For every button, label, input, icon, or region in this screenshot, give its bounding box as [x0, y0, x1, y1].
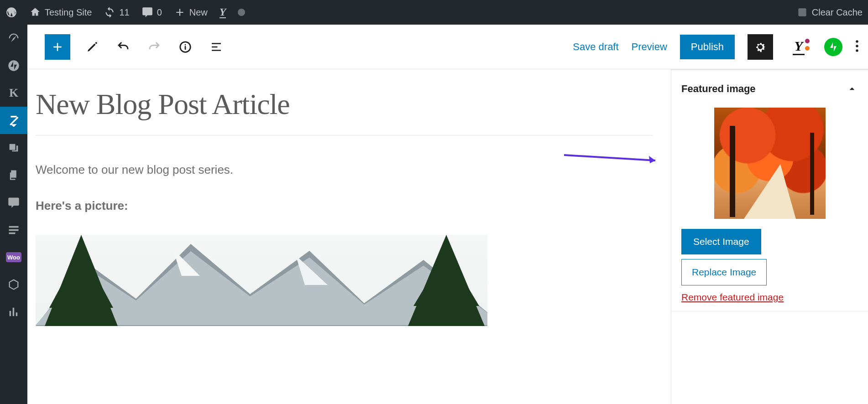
menu-media[interactable] [0, 134, 27, 161]
pencil-icon [85, 40, 99, 54]
svg-point-3 [856, 40, 858, 43]
clear-cache[interactable]: Clear Cache [796, 6, 863, 18]
intro-paragraph[interactable]: Welcome to our new blog post series. [36, 163, 653, 177]
admin-menu: K Woo [0, 25, 27, 404]
status-dot-icon[interactable] [238, 9, 245, 16]
replace-image-button[interactable]: Replace Image [681, 259, 767, 285]
featured-image-thumbnail[interactable] [714, 108, 826, 219]
yoast-icon: Y [793, 38, 805, 55]
menu-forms[interactable] [0, 216, 27, 243]
editor: Save draft Preview Publish Y [27, 25, 868, 404]
woo-icon: Woo [6, 252, 21, 262]
menu-woocommerce[interactable]: Woo [0, 243, 27, 271]
new-label: New [189, 7, 208, 18]
outline-button[interactable] [207, 38, 225, 56]
jetpack-button[interactable] [824, 38, 842, 56]
info-button[interactable] [176, 38, 194, 56]
menu-pages[interactable] [0, 161, 27, 189]
clear-cache-label: Clear Cache [812, 7, 863, 18]
plus-icon [51, 40, 64, 54]
edit-mode-button[interactable] [83, 38, 101, 56]
svg-rect-0 [798, 8, 806, 16]
more-options-button[interactable] [855, 39, 859, 55]
add-block-button[interactable] [45, 34, 70, 60]
menu-posts[interactable] [0, 107, 27, 134]
yoast-adminbar-icon[interactable]: Y [220, 6, 226, 18]
menu-jetpack[interactable] [0, 52, 27, 79]
editor-toolbar: Save draft Preview Publish Y [27, 25, 868, 69]
featured-image-panel-toggle[interactable]: Featured image [671, 70, 868, 108]
redo-icon [147, 40, 161, 54]
new-content[interactable]: New [174, 6, 208, 18]
svg-point-5 [856, 49, 858, 52]
settings-sidebar: Featured image Select Image Replace Imag… [671, 69, 868, 404]
chevron-up-icon [846, 83, 858, 95]
admin-bar: Testing Site 11 0 New Y Clear Cache [0, 0, 868, 25]
svg-point-1 [8, 60, 19, 71]
updates-count: 11 [119, 7, 129, 18]
gear-icon [753, 40, 767, 54]
yoast-button[interactable]: Y [786, 34, 811, 60]
preview-button[interactable]: Preview [632, 41, 667, 53]
wp-logo[interactable] [5, 6, 17, 18]
publish-button[interactable]: Publish [680, 35, 735, 59]
menu-products[interactable] [0, 271, 27, 298]
content-image[interactable] [36, 235, 487, 326]
undo-icon [116, 40, 130, 54]
title-divider [36, 135, 653, 135]
tree-left-icon [36, 235, 131, 326]
jetpack-icon [828, 41, 839, 52]
undo-button[interactable] [114, 38, 132, 56]
svg-marker-13 [413, 251, 479, 306]
editor-canvas[interactable]: New Blog Post Article Welcome to our new… [27, 69, 671, 404]
site-name: Testing Site [45, 7, 92, 18]
remove-featured-image-link[interactable]: Remove featured image [681, 292, 784, 303]
menu-comments[interactable] [0, 189, 27, 216]
post-title[interactable]: New Blog Post Article [36, 88, 653, 121]
featured-image-heading: Featured image [681, 83, 756, 95]
outline-icon [209, 40, 223, 54]
menu-analytics[interactable] [0, 298, 27, 326]
select-image-button[interactable]: Select Image [681, 229, 761, 254]
picture-label[interactable]: Here's a picture: [36, 199, 653, 213]
save-draft-button[interactable]: Save draft [573, 41, 618, 53]
site-home[interactable]: Testing Site [29, 6, 92, 18]
dots-vertical-icon [855, 39, 859, 53]
tree-right-icon [401, 235, 487, 326]
menu-kinsta[interactable]: K [0, 79, 27, 107]
svg-marker-11 [49, 249, 113, 308]
info-icon [178, 40, 192, 54]
settings-button[interactable] [748, 34, 773, 60]
menu-dashboard[interactable] [0, 25, 27, 52]
comments[interactable]: 0 [141, 6, 162, 18]
svg-point-4 [856, 45, 858, 47]
comments-count: 0 [157, 7, 162, 18]
updates[interactable]: 11 [104, 6, 129, 18]
redo-button [145, 38, 163, 56]
k-icon: K [9, 86, 18, 100]
